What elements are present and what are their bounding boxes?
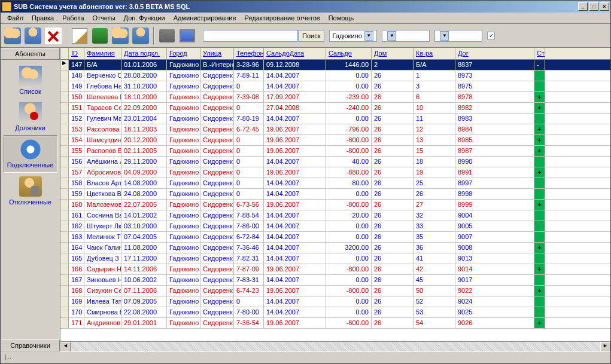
table-row[interactable]: 160Малоземов22.07.2005ГадюкиноСидоренк6-… [60, 200, 610, 210]
close-button[interactable]: × [600, 2, 609, 11]
table-row[interactable]: 166Садырин Ни14.11.2006ГадюкиноСидоренк7… [60, 264, 610, 275]
app-window: SUB Система учета абонентов ver: 3.0.5 B… [0, 0, 611, 364]
cell-street: Сидоренк [200, 253, 234, 264]
cell-sdate: 14.04.2007 [264, 81, 326, 91]
cell-kv: 1 [414, 71, 455, 81]
grid-body[interactable]: ▶147Б/А01.01.2006ГадюкиноВ.-Интерн3-28-9… [60, 60, 610, 341]
tb-group1-button[interactable] [111, 26, 130, 45]
search-button[interactable]: Поиск [298, 30, 324, 42]
col-saldo[interactable]: Сальдо [326, 48, 372, 59]
cell-date: 07.04.2005 [121, 232, 167, 242]
menu-extra[interactable]: Доп. Функции [120, 13, 169, 23]
table-row[interactable]: 168Сизухин Се07.11.2006ГадюкиноСидоренк6… [60, 286, 610, 296]
col-saldo-date[interactable]: СальдоДата [264, 48, 326, 59]
table-row[interactable]: ▶147Б/А01.01.2006ГадюкиноВ.-Интерн3-28-9… [60, 60, 610, 71]
table-row[interactable]: 162Штукерт Лк03.10.2000ГадюкиноСидоренк7… [60, 221, 610, 232]
cell-id: 171 [69, 318, 84, 328]
filter-combo-2[interactable]: ▼ [382, 30, 430, 42]
horizontal-scrollbar[interactable]: ◄ ► [60, 341, 610, 351]
cell-phone: 0 [234, 135, 264, 145]
table-row[interactable]: 163Мелинюк Т07.04.2005ГадюкиноСидоренк6-… [60, 232, 610, 243]
tb-print-button[interactable] [157, 26, 177, 45]
table-row[interactable]: 169Ивлева Тат07.09.2005ГадюкиноСидоренк0… [60, 296, 610, 307]
cell-id: 162 [69, 221, 84, 231]
menu-reports[interactable]: Отчеты [89, 13, 120, 23]
menu-edit[interactable]: Правка [28, 13, 58, 23]
tb-note-button[interactable] [70, 26, 89, 45]
cell-id: 147 [69, 60, 84, 70]
tb-delete-button[interactable] [44, 26, 63, 45]
col-street[interactable]: Улица [200, 48, 234, 59]
table-row[interactable]: 164Чаюк Галин11.08.2000ГадюкиноСидоренк7… [60, 243, 610, 253]
table-row[interactable]: 170Смирнова В22.08.2000ГадюкиноСидоренк7… [60, 307, 610, 318]
sidebar-tab-subscribers[interactable]: Абоненты [1, 48, 60, 60]
cell-city: Гадюкино [167, 189, 200, 199]
cell-st [534, 253, 545, 264]
sidebar-item-list[interactable]: Список [4, 62, 57, 99]
tb-group2-button[interactable] [131, 26, 150, 45]
col-city[interactable]: Город [167, 48, 200, 59]
tb-edit-user-button[interactable] [23, 26, 42, 45]
table-row[interactable]: 161Соснина Ва14.01.2002ГадюкиноСидоренк7… [60, 210, 610, 221]
sidebar-item-debt[interactable]: Должники [4, 99, 57, 135]
table-row[interactable]: 149Глебова На31.10.2000ГадюкиноСидоренк0… [60, 81, 610, 92]
city-combo[interactable]: Гадюкино▼ [329, 30, 377, 42]
tb-add-user-button[interactable] [3, 26, 22, 45]
cell-street: Сидоренк [200, 210, 234, 221]
cell-sdate: 19.06.2007 [264, 286, 326, 296]
table-row[interactable]: 154Шамсутдин20.12.2000ГадюкиноСидоренк01… [60, 135, 610, 146]
menu-help[interactable]: Помощь [324, 13, 358, 23]
scroll-left-button[interactable]: ◄ [60, 342, 71, 351]
col-family[interactable]: Фамилия [84, 48, 121, 59]
menu-admin[interactable]: Администрирование [169, 13, 241, 23]
cell-st [534, 221, 545, 231]
cell-city: Гадюкино [167, 81, 200, 91]
table-row[interactable]: 151Тарасов Се22.09.2000ГадюкиноСидоренк0… [60, 103, 610, 114]
table-row[interactable]: 150Шепелева В18.10.2000ГадюкиноСидоренк7… [60, 92, 610, 103]
table-row[interactable]: 167Зиновьев Н10.06.2002ГадюкиноСидоренк7… [60, 275, 610, 286]
cell-saldo: -800.00 [326, 318, 372, 328]
menu-file[interactable]: Файл [3, 13, 28, 23]
menu-reportedit[interactable]: Редактирование отчетов [241, 13, 324, 23]
col-apt[interactable]: Кв-ра [414, 48, 455, 59]
search-input[interactable] [203, 30, 297, 42]
tb-preview-button[interactable] [178, 26, 197, 45]
cell-dog: 8984 [455, 124, 534, 134]
cell-st: + [534, 264, 545, 274]
table-row[interactable]: 156Алёшкина Л29.11.2000ГадюкиноСидоренк0… [60, 157, 610, 167]
filter-checkbox[interactable]: ✓ [487, 32, 495, 39]
table-row[interactable]: 165Дубовец З17.11.2000ГадюкиноСидоренк7-… [60, 253, 610, 264]
sidebar-tab-refs[interactable]: Справочники [1, 339, 60, 351]
cell-date: 24.08.2000 [121, 189, 167, 199]
filter-combo-3[interactable]: ▼ [434, 30, 482, 42]
table-row[interactable]: 158Власов Арт14.08.2000ГадюкиноСидоренк0… [60, 178, 610, 189]
table-row[interactable]: 155Распопов В02.11.2005ГадюкиноСидоренк0… [60, 146, 610, 157]
scroll-right-button[interactable]: ► [600, 342, 610, 351]
cell-city: Гадюкино [167, 243, 200, 253]
sidebar-item-disc[interactable]: Отключенные [4, 173, 57, 209]
table-row[interactable]: 159Цветкова В24.08.2000ГадюкиноСидоренк0… [60, 189, 610, 200]
sidebar-item-conn[interactable]: Подключенные [4, 135, 57, 173]
table-row[interactable]: 152Гулевич Ма23.01.2004ГадюкиноСидоренк7… [60, 114, 610, 124]
cell-id: 170 [69, 307, 84, 317]
table-row[interactable]: 148Верченко С28.08.2000ГадюкиноСидоренк7… [60, 71, 610, 81]
col-id[interactable]: ID [69, 48, 84, 59]
col-phone[interactable]: Телефон [234, 48, 264, 59]
cell-phone: 0 [234, 103, 264, 113]
cell-city: Гадюкино [167, 178, 200, 188]
col-status[interactable]: Ст [534, 48, 545, 59]
tb-money-button[interactable] [90, 26, 110, 45]
col-contract[interactable]: Дог [455, 48, 534, 59]
col-conn-date[interactable]: Дата подкл. [121, 48, 167, 59]
col-house[interactable]: Дом [372, 48, 414, 59]
cell-dog: 8990 [455, 157, 534, 167]
cell-dom: 26 [372, 71, 414, 81]
table-row[interactable]: 171Андриянов29.01.2001ГадюкиноСидоренк7-… [60, 318, 610, 329]
minimize-button[interactable]: _ [578, 2, 588, 11]
scroll-track[interactable] [71, 342, 600, 351]
table-row[interactable]: 157Абросимов04.09.2000ГадюкиноСидоренк01… [60, 167, 610, 178]
menu-work[interactable]: Работа [58, 13, 88, 23]
cell-dom: 26 [372, 264, 414, 274]
maximize-button[interactable]: □ [589, 2, 598, 11]
table-row[interactable]: 153Рассолова18.11.2003ГадюкиноСидоренк6-… [60, 124, 610, 135]
